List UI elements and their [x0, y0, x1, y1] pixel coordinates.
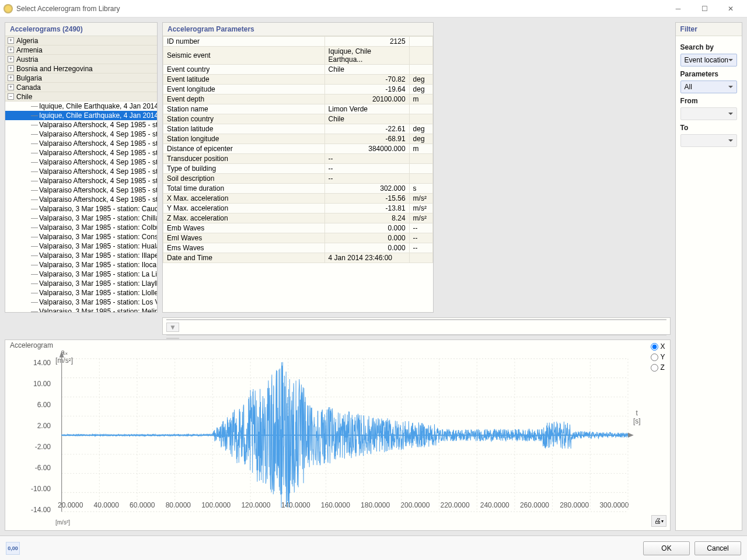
to-label: To	[680, 124, 737, 132]
print-button[interactable]: 🖨▾	[651, 515, 666, 527]
expand-icon[interactable]: +	[8, 47, 14, 53]
ok-button[interactable]: OK	[643, 541, 690, 555]
svg-marker-26	[60, 351, 64, 358]
tree-item[interactable]: —Valparaiso, 3 Mar 1985 - station: Illap…	[5, 251, 157, 260]
accelerogram-chart	[22, 346, 640, 524]
tree-item[interactable]: —Valparaiso, 3 Mar 1985 - station: La Li…	[5, 270, 157, 279]
tree-item[interactable]: —Valparaiso Aftershock, 4 Sep 1985 - sta…	[5, 120, 157, 130]
tree-item[interactable]: —Valparaiso Aftershock, 4 Sep 1985 - sta…	[5, 158, 157, 167]
tree-country[interactable]: +Bosnia and Herzegovina	[5, 64, 157, 74]
tree-item[interactable]: —Valparaiso, 3 Mar 1985 - station: Cauqe…	[5, 204, 157, 214]
axis-radio-group: X Y Z	[651, 342, 665, 372]
accelerograms-panel: Accelerograms (2490) +Algeria+Armenia+Au…	[5, 22, 158, 313]
tree-item[interactable]: —Valparaiso, 3 Mar 1985 - station: Lloll…	[5, 288, 157, 298]
param-row: Transducer position--	[163, 154, 433, 164]
filter-field-2[interactable]	[166, 334, 666, 335]
radio-z[interactable]: Z	[651, 363, 665, 372]
accelerograms-title: Accelerograms (2490)	[5, 23, 157, 36]
tree-country[interactable]: +Austria	[5, 55, 157, 64]
tree-item[interactable]: —Valparaiso, 3 Mar 1985 - station: Const…	[5, 232, 157, 242]
tree-item[interactable]: —Valparaiso, 3 Mar 1985 - station: Iloca	[5, 260, 157, 270]
chevron-down-icon	[728, 59, 733, 64]
search-by-label: Search by	[680, 43, 737, 51]
filter-icon[interactable]: ▼	[166, 323, 179, 332]
filter-btn-1[interactable]	[166, 338, 179, 339]
param-row: Event countryChile	[163, 65, 433, 75]
tree-item[interactable]: —Valparaiso, 3 Mar 1985 - station: Los V…	[5, 298, 157, 307]
tree-item[interactable]: —Valparaiso Aftershock, 4 Sep 1985 - sta…	[5, 195, 157, 204]
minimize-button[interactable]: ─	[665, 1, 691, 17]
filter-panel: Filter Search by Event location Paramete…	[675, 22, 742, 531]
tree-country[interactable]: +Algeria	[5, 36, 157, 46]
titlebar: Select Accelerogram from Library ─ ☐ ✕	[0, 0, 747, 18]
param-row: Soil description--	[163, 174, 433, 184]
tree-item[interactable]: —Valparaiso Aftershock, 4 Sep 1985 - sta…	[5, 186, 157, 195]
parameters-table: ID number2125Seismic eventIquique, Chile…	[163, 36, 433, 263]
param-row: Station countryChile	[163, 114, 433, 124]
param-row: Event depth20100.000m	[163, 94, 433, 104]
param-row: Event longitude-19.64deg	[163, 85, 433, 94]
chevron-down-icon	[728, 86, 733, 90]
expand-icon[interactable]: +	[8, 75, 14, 81]
accelerograms-tree[interactable]: +Algeria+Armenia+Austria+Bosnia and Herz…	[5, 36, 157, 312]
param-row: Station longitude-68.91deg	[163, 134, 433, 144]
tree-item[interactable]: —Valparaiso, 3 Mar 1985 - station: Melip…	[5, 307, 157, 312]
tree-item[interactable]: —Valparaiso Aftershock, 4 Sep 1985 - sta…	[5, 167, 157, 176]
parameters-label: Parameters	[680, 70, 737, 78]
parameters-panel: Accelerogram Parameters ID number2125Sei…	[162, 22, 434, 313]
from-label: From	[680, 97, 737, 105]
parameters-select[interactable]: All	[680, 80, 737, 93]
param-row: Total time duration302.000s	[163, 184, 433, 194]
tree-item[interactable]: —Valparaiso, 3 Mar 1985 - station: Huala…	[5, 242, 157, 251]
param-row: Ems Waves0.000--	[163, 243, 433, 253]
tree-item[interactable]: —Valparaiso Aftershock, 4 Sep 1985 - sta…	[5, 130, 157, 139]
tree-item[interactable]: —Iquique, Chile Earthquake, 4 Jan 2014 -…	[5, 111, 157, 120]
to-select	[680, 134, 737, 147]
param-row: Eml Waves0.000--	[163, 233, 433, 243]
radio-x[interactable]: X	[651, 342, 665, 351]
chevron-down-icon	[728, 113, 733, 117]
param-row: Event latitude-70.82deg	[163, 75, 433, 85]
tree-item[interactable]: —Valparaiso, 3 Mar 1985 - station: Llayl…	[5, 279, 157, 288]
svg-marker-28	[628, 433, 634, 438]
param-row: Station latitude-22.61deg	[163, 124, 433, 134]
tree-country-chile[interactable]: −Chile	[5, 92, 157, 102]
units-button[interactable]: 0,00	[6, 542, 20, 555]
expand-icon[interactable]: +	[8, 56, 14, 62]
param-row: Emb Waves0.000--	[163, 223, 433, 233]
tree-item[interactable]: —Valparaiso Aftershock, 4 Sep 1985 - sta…	[5, 176, 157, 186]
tree-item[interactable]: —Valparaiso Aftershock, 4 Sep 1985 - sta…	[5, 139, 157, 148]
from-select	[680, 107, 737, 120]
tree-country[interactable]: +Canada	[5, 83, 157, 92]
expand-icon[interactable]: +	[8, 84, 14, 90]
tree-country[interactable]: +Armenia	[5, 46, 157, 55]
param-row: Seismic eventIquique, Chile Earthqua...	[163, 47, 433, 65]
tree-item[interactable]: —Valparaiso, 3 Mar 1985 - station: Chill…	[5, 214, 157, 223]
maximize-button[interactable]: ☐	[692, 1, 717, 17]
cancel-button[interactable]: Cancel	[694, 541, 741, 555]
close-button[interactable]: ✕	[718, 1, 743, 17]
chevron-down-icon	[728, 139, 733, 144]
param-row: ID number2125	[163, 37, 433, 47]
expand-icon[interactable]: +	[8, 65, 14, 72]
secondary-filter-bar: ▼	[162, 317, 671, 335]
tree-item[interactable]: —Valparaiso, 3 Mar 1985 - station: Colbu…	[5, 223, 157, 232]
tree-item[interactable]: —Iquique, Chile Earthquake, 4 Jan 2014 -…	[5, 102, 157, 111]
radio-y[interactable]: Y	[651, 353, 665, 361]
app-icon	[4, 4, 13, 13]
chart-panel: Accelerogram aₓ[m/s²] t[s] [m/s²] 14.001…	[5, 340, 671, 531]
tree-item[interactable]: —Valparaiso Aftershock, 4 Sep 1985 - sta…	[5, 148, 157, 158]
filter-title: Filter	[676, 23, 742, 36]
param-row: Type of building--	[163, 164, 433, 174]
param-row: Z Max. acceleration8.24m/s²	[163, 214, 433, 223]
expand-icon[interactable]: +	[8, 37, 14, 44]
param-row: Date and Time4 Jan 2014 23:46:00	[163, 253, 433, 263]
collapse-icon[interactable]: −	[8, 93, 14, 100]
tree-country[interactable]: +Bulgaria	[5, 74, 157, 83]
filter-field-1[interactable]	[166, 319, 666, 320]
search-by-select[interactable]: Event location	[680, 54, 737, 66]
param-row: Station nameLimon Verde	[163, 104, 433, 114]
footer: 0,00 OK Cancel	[0, 536, 747, 560]
parameters-title: Accelerogram Parameters	[163, 23, 433, 36]
window-title: Select Accelerogram from Library	[16, 5, 665, 13]
